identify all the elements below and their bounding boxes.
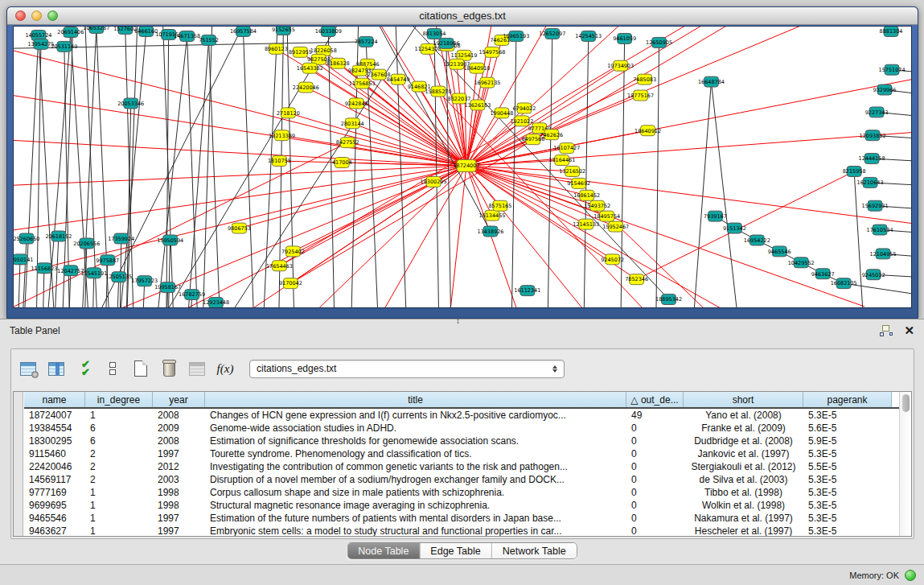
cell-short: Jankovic et al. (1997) [684,447,803,460]
zoom-window-icon[interactable] [47,10,58,21]
window-title: citations_edges.txt [419,10,506,22]
network-node-label: 18895342 [655,296,682,303]
cell-pagerank: 5.3E-5 [803,499,892,512]
close-window-icon[interactable] [15,10,26,21]
tab-edge-table[interactable]: Edge Table [420,543,491,558]
network-node-label: 16962135 [474,80,500,86]
window-titlebar[interactable]: citations_edges.txt [7,7,918,25]
table-toolbar: ✔✔ f(x) citations_edges.txt [18,356,565,381]
cell-pagerank: 5.3E-5 [803,512,892,525]
network-node-label: 9151342 [723,225,746,232]
function-builder-icon[interactable]: f(x) [215,358,236,379]
table-row[interactable]: 946362711997Embryonic stem cells: a mode… [24,525,899,536]
network-node-label: 13626153 [464,102,491,109]
cell-in_degree: 6 [85,422,153,435]
network-node-label: 22420046 [293,84,319,91]
network-node-label: 11545191 [80,270,107,277]
cell-year: 2009 [153,422,205,435]
citation-network-graph[interactable]: 1872400718300295896012389129551822605898… [14,27,911,307]
network-node-label: 18226058 [310,47,337,54]
scrollbar-thumb[interactable] [902,394,910,412]
cell-out_degree: 0 [626,460,684,473]
network-edge [466,166,911,227]
cell-title: Investigating the contribution of common… [205,460,626,473]
network-node-label: 17654463 [266,263,293,270]
column-header-pagerank[interactable]: pagerank [803,392,892,407]
column-header-short[interactable]: short [684,392,803,407]
column-header-year[interactable]: year [153,392,205,407]
network-edge [328,31,335,307]
network-select-dropdown[interactable]: citations_edges.txt [249,360,565,378]
cell-in_degree: 1 [85,512,153,525]
network-node-label: 18724007 [453,163,479,169]
network-node-label: 6794022 [512,105,536,112]
cell-out_degree: 49 [626,409,684,422]
network-canvas[interactable]: 1872400718300295896012389129551822605898… [13,26,912,308]
select-rows-icon[interactable]: ✔✔ [74,358,95,379]
network-node-label: 6497568 [521,136,544,142]
cell-name: 18300295 [24,435,85,447]
network-edge [203,27,213,307]
network-node-label: 12652097 [539,31,565,37]
new-document-icon[interactable] [130,358,151,379]
cell-year: 1997 [153,447,205,460]
cell-name: 14569117 [24,473,85,486]
network-edge [692,82,711,307]
network-node-label: 8960123 [265,46,288,52]
header-filler [892,392,899,407]
network-node-label: 12093832 [860,133,886,139]
select-columns-icon[interactable] [46,358,67,379]
cell-out_degree: 0 [626,422,684,435]
close-panel-icon[interactable]: ✕ [904,325,914,336]
cell-in_degree: 1 [85,525,153,536]
table-row[interactable]: 1938455462009Genome-wide association stu… [24,422,899,435]
rows-icon[interactable] [102,358,123,379]
cell-out_degree: 0 [626,525,684,536]
table-row[interactable]: 911546021997Tourette syndrome. Phenomeno… [24,447,899,460]
table-row[interactable]: 977716911998Corpus callosum shape and si… [24,486,899,499]
network-node-label: 8322037 [448,96,471,102]
table-settings-icon[interactable] [18,358,39,379]
cell-year: 1998 [153,499,205,512]
table-row[interactable]: 946554611997Estimation of the future num… [24,512,899,525]
network-node-label: 12213987 [444,61,470,68]
minimize-window-icon[interactable] [31,10,42,21]
table-panel: ↕ Table Panel ✕ ✔✔ f(x) citations_edges.… [0,319,924,585]
float-window-icon[interactable] [880,325,893,336]
resize-cursor: ↕ [456,316,460,325]
network-node-label: 25260650 [14,236,39,242]
dropdown-arrows-icon [552,365,557,373]
network-node-label: 9170042 [279,280,302,286]
status-bar: Memory: OK [0,564,924,585]
network-node-label: 9975887 [96,257,119,264]
column-header-out-degree[interactable]: △ out_de... [626,392,684,407]
cell-in_degree: 1 [85,409,153,422]
network-node-label: 12505135 [105,274,132,281]
table-row[interactable]: 1456911722003Disruption of a novel membe… [24,473,899,486]
cell-name: 9699695 [24,499,85,512]
delete-table-icon[interactable] [158,358,179,379]
network-node-label: 11325419 [450,52,477,59]
network-node-label: 20618152 [45,233,72,240]
column-header-name[interactable]: name [24,392,85,407]
table-row[interactable]: 969969511998Structural magnetic resonanc… [24,499,899,512]
network-node-label: 8813054 [423,31,446,37]
network-node-label: 16082135 [831,280,857,286]
column-header-title[interactable]: title [205,392,626,407]
tab-network-table[interactable]: Network Table [492,543,577,558]
network-edge [43,268,44,307]
network-node-label: 2803144 [341,121,364,127]
column-header-in-degree[interactable]: in_degree [85,392,153,407]
network-node-label: 9461059 [613,35,636,42]
table-row[interactable]: 1872400712008Changes of HCN gene express… [24,409,899,422]
network-node-label: 12104955 [870,251,897,257]
cell-out_degree: 0 [626,512,684,525]
cell-short: Franke et al. (2009) [684,422,803,435]
network-node-label: 14671358 [174,33,200,39]
tab-node-table[interactable]: Node Table [347,543,420,558]
vertical-scrollbar[interactable] [899,392,911,536]
memory-status-indicator[interactable] [905,570,916,581]
network-node-label: 9806753 [228,225,251,232]
table-row[interactable]: 1830029562008Estimation of significance … [24,435,899,447]
table-row[interactable]: 2242004622012Investigating the contribut… [24,460,899,473]
